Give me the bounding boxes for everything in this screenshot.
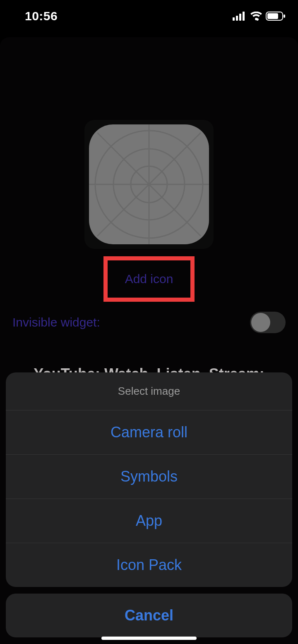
svg-rect-7: [284, 14, 285, 18]
select-image-title: Select image: [6, 372, 292, 410]
svg-rect-2: [239, 14, 241, 21]
select-image-sheet: Select image Camera roll Symbols App Ico…: [6, 372, 292, 587]
status-time: 10:56: [25, 9, 58, 23]
symbols-button[interactable]: Symbols: [6, 454, 292, 499]
editor-sheet: Add icon Invisible widget: YouTube: Watc…: [0, 37, 298, 644]
cellular-icon: [233, 12, 247, 21]
icon-pack-button[interactable]: Icon Pack: [6, 543, 292, 587]
svg-rect-0: [233, 17, 235, 21]
svg-rect-1: [236, 16, 238, 21]
status-right: [233, 12, 286, 21]
status-bar: 10:56: [0, 0, 298, 25]
svg-point-4: [255, 18, 257, 20]
cancel-button[interactable]: Cancel: [6, 594, 292, 637]
svg-rect-6: [267, 13, 278, 19]
app-button[interactable]: App: [6, 499, 292, 543]
wifi-icon: [250, 12, 262, 21]
svg-rect-3: [243, 12, 245, 21]
cancel-sheet: Cancel: [6, 594, 292, 637]
battery-icon: [266, 12, 286, 21]
action-sheet-overlay: Select image Camera roll Symbols App Ico…: [0, 37, 298, 644]
home-indicator[interactable]: [101, 637, 197, 640]
camera-roll-button[interactable]: Camera roll: [6, 410, 292, 454]
